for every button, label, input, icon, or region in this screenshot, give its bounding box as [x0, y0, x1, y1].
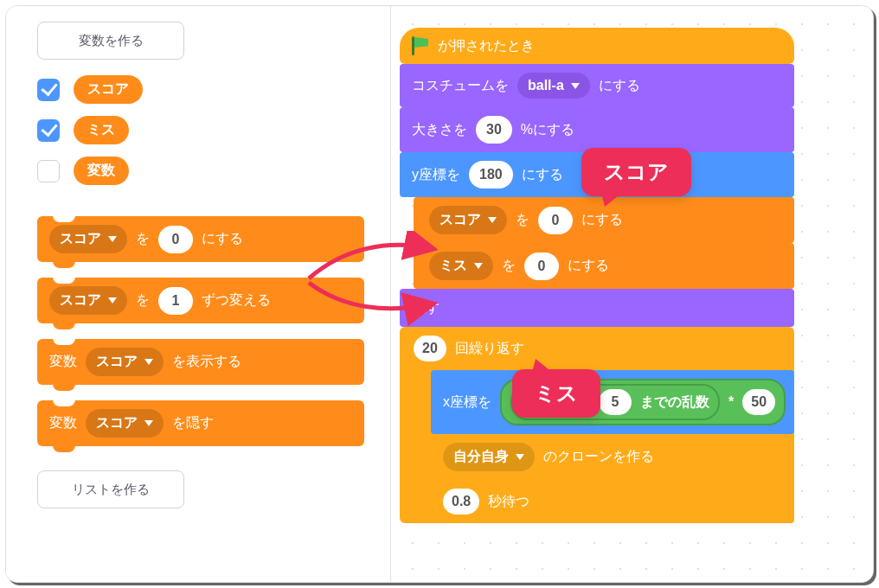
block-palette: 変数を作る スコア ミス 変数 スコア: [6, 6, 391, 582]
block-create-clone[interactable]: 自分自身 のクローンを作る: [431, 434, 794, 480]
dropdown-label: スコア: [60, 291, 101, 310]
block-text: にする: [599, 77, 640, 95]
dropdown-variable[interactable]: スコア: [86, 348, 164, 376]
block-show-variable[interactable]: 変数 スコア を表示する: [37, 339, 364, 385]
block-repeat[interactable]: 20 回繰り返す x座標を 0 から 5 ま: [400, 327, 794, 523]
callout-score: スコア: [581, 148, 691, 196]
block-text: にする: [202, 230, 243, 248]
dropdown-label: スコア: [60, 230, 101, 248]
block-text: が押されたとき: [438, 37, 535, 55]
block-hide-variable[interactable]: 変数 スコア を隠す: [37, 400, 364, 446]
chevron-down-icon: [516, 454, 524, 460]
app-frame: 変数を作る スコア ミス 変数 スコア: [5, 5, 874, 583]
block-text: 変数: [49, 353, 77, 371]
block-text: *: [728, 394, 734, 410]
number-input[interactable]: 50: [742, 389, 775, 415]
block-hide[interactable]: 隠す: [400, 289, 794, 327]
dropdown-label: 自分自身: [453, 448, 509, 466]
block-set-size[interactable]: 大きさを 30 %にする: [400, 107, 794, 152]
block-text: ずつ変える: [202, 291, 271, 310]
dropdown-variable[interactable]: スコア: [49, 225, 127, 253]
block-text: を表示する: [172, 353, 241, 371]
chevron-down-icon: [144, 359, 153, 365]
block-text: 変数: [49, 414, 77, 432]
chevron-down-icon: [108, 236, 117, 242]
dropdown-variable[interactable]: スコア: [86, 409, 164, 438]
block-text: までの乱数: [640, 393, 709, 412]
checkbox-generic[interactable]: [37, 160, 60, 182]
green-flag-icon: [410, 36, 429, 55]
block-text: 大きさを: [412, 121, 467, 139]
chevron-down-icon: [474, 263, 483, 269]
block-set-miss[interactable]: ミス を 0 にする: [414, 243, 794, 289]
block-text: コスチュームを: [412, 77, 509, 95]
chevron-down-icon: [488, 217, 497, 223]
block-text: にする: [568, 257, 609, 275]
chevron-down-icon: [571, 83, 580, 89]
block-set-x[interactable]: x座標を 0 から 5 までの乱数 * 50: [431, 370, 794, 434]
dropdown-label: ball-a: [528, 78, 564, 93]
variable-row-miss: ミス: [37, 116, 364, 144]
make-list-button[interactable]: リストを作る: [37, 470, 184, 508]
number-input[interactable]: 5: [599, 389, 632, 415]
block-text: を: [502, 257, 516, 275]
checkbox-miss[interactable]: [37, 119, 60, 142]
script-stack[interactable]: が押されたとき コスチュームを ball-a にする 大きさを 30 %にす: [400, 28, 794, 523]
block-wait[interactable]: 0.8 秒待つ: [431, 480, 794, 523]
variable-row-score: スコア: [37, 75, 364, 104]
variable-chip-score[interactable]: スコア: [74, 75, 143, 104]
block-text: にする: [581, 211, 623, 229]
block-text: 隠す: [412, 299, 440, 317]
number-input[interactable]: 20: [414, 336, 446, 361]
dropdown-variable[interactable]: スコア: [429, 206, 507, 234]
block-text: を隠す: [172, 414, 214, 432]
dropdown-costume[interactable]: ball-a: [517, 73, 590, 99]
block-text: x座標を: [443, 393, 491, 412]
block-text: y座標を: [412, 166, 460, 184]
block-text: 秒待つ: [488, 493, 529, 511]
dropdown-label: スコア: [96, 414, 138, 432]
block-text: 回繰り返す: [455, 340, 524, 358]
number-input[interactable]: 0: [524, 252, 559, 280]
variable-chip-miss[interactable]: ミス: [74, 116, 129, 144]
dropdown-variable[interactable]: スコア: [49, 286, 127, 315]
number-input[interactable]: 180: [469, 161, 513, 189]
dropdown-label: ミス: [440, 257, 467, 275]
callout-miss: ミス: [512, 369, 600, 418]
dropdown-variable[interactable]: ミス: [429, 252, 493, 280]
number-input[interactable]: 0.8: [443, 489, 479, 514]
block-change-variable[interactable]: スコア を 1 ずつ変える: [37, 278, 364, 323]
number-input[interactable]: 30: [476, 116, 512, 144]
variable-row-generic: 変数: [37, 157, 364, 185]
dropdown-label: スコア: [96, 353, 138, 371]
block-text: を: [136, 291, 150, 310]
block-set-variable[interactable]: スコア を 0 にする: [37, 216, 364, 262]
number-input[interactable]: 0: [158, 226, 193, 253]
number-input[interactable]: 0: [538, 207, 573, 234]
block-text: にする: [522, 166, 563, 184]
block-text: のクローンを作る: [543, 448, 654, 466]
dropdown-label: スコア: [440, 211, 481, 229]
block-text: を: [136, 230, 150, 248]
make-variable-button[interactable]: 変数を作る: [37, 22, 184, 60]
chevron-down-icon: [108, 297, 117, 304]
number-input[interactable]: 1: [158, 287, 193, 315]
checkbox-score[interactable]: [37, 79, 60, 101]
variable-chip-generic[interactable]: 変数: [74, 157, 129, 185]
block-text: %にする: [521, 121, 574, 139]
chevron-down-icon: [144, 420, 153, 426]
block-text: を: [516, 211, 529, 229]
script-canvas[interactable]: が押されたとき コスチュームを ball-a にする 大きさを 30 %にす: [391, 6, 873, 582]
dropdown-clone-target[interactable]: 自分自身: [443, 443, 535, 471]
block-when-flag-clicked[interactable]: が押されたとき: [400, 28, 794, 64]
block-switch-costume[interactable]: コスチュームを ball-a にする: [400, 64, 794, 107]
